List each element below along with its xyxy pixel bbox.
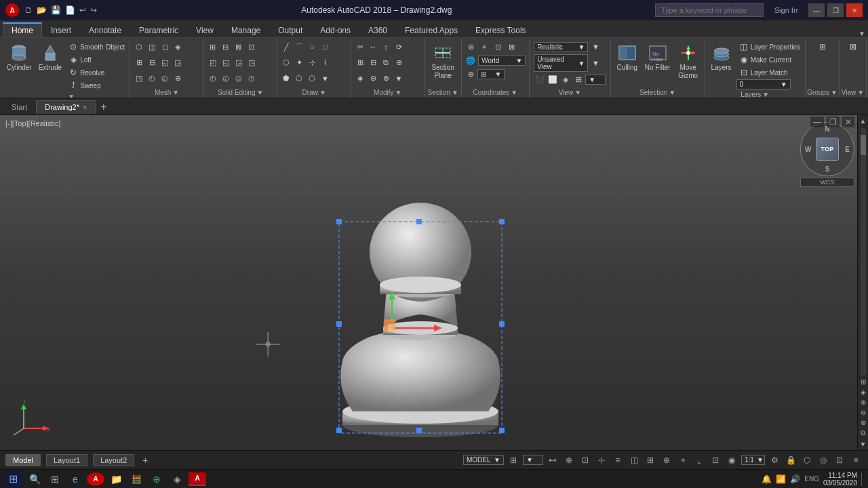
grid-combo[interactable]: ▼	[523, 455, 543, 465]
right-tool-1[interactable]: ⊞	[859, 377, 867, 387]
view-btn-4[interactable]: ⊞	[572, 73, 585, 85]
section-plane-button[interactable]: SectionPlane	[429, 41, 457, 81]
mesh-btn-9[interactable]: ◳	[133, 73, 145, 85]
modify-btn-9[interactable]: ◈	[354, 73, 366, 85]
tab-home[interactable]: Home	[3, 22, 42, 37]
coord-btn-2[interactable]: ⌖	[478, 41, 490, 53]
solid-btn-4[interactable]: ⊡	[245, 41, 258, 53]
tab-annotate[interactable]: Annotate	[80, 22, 130, 37]
scale-indicator[interactable]: 1:1 ▼	[741, 455, 765, 465]
view-btn-1[interactable]: ⬛	[534, 73, 546, 85]
quick-access-save[interactable]: 💾	[50, 5, 62, 15]
modify-btn-3[interactable]: ↕	[380, 41, 392, 53]
customize-icon[interactable]: ≡	[849, 453, 863, 467]
draw-btn-4[interactable]: □	[319, 41, 331, 53]
layout2-tab[interactable]: Layout2	[93, 454, 134, 466]
modify-more[interactable]: ▼	[393, 73, 405, 85]
modify-btn-4[interactable]: ⟳	[393, 41, 405, 53]
dynucs-icon[interactable]: ⌖	[676, 453, 690, 467]
quick-access-open[interactable]: 📂	[35, 5, 48, 15]
windows-start[interactable]: ⊞	[3, 470, 23, 488]
coord-btn-5[interactable]: ⊕	[465, 68, 477, 80]
quick-access-redo[interactable]: ↪	[89, 5, 98, 15]
osnap-icon[interactable]: ⊡	[578, 453, 592, 467]
solid-btn-12[interactable]: ◷	[245, 73, 258, 85]
modify-btn-6[interactable]: ⊟	[367, 56, 379, 68]
taskbar-autocad[interactable]: A	[87, 472, 104, 486]
polar-icon[interactable]: ⊕	[562, 453, 576, 467]
right-tool-5[interactable]: ⊗	[859, 418, 867, 428]
mesh-btn-5[interactable]: ⊞	[133, 56, 145, 68]
navigation-cube[interactable]: N S E W TOP WCS	[800, 122, 854, 190]
quick-access-saveas[interactable]: 📄	[64, 5, 77, 15]
coord-btn-1[interactable]: ⊕	[465, 41, 477, 53]
layer-prop-btn[interactable]: ◫ Layer Properties	[736, 41, 802, 53]
mesh-btn-2[interactable]: ◫	[146, 41, 158, 53]
solid-btn-7[interactable]: ◲	[233, 56, 245, 68]
viewport-maximize[interactable]: ❐	[827, 117, 840, 127]
mesh-btn-4[interactable]: ◈	[172, 41, 184, 53]
groups-btn[interactable]: ⊞	[815, 41, 830, 53]
taskbar-search[interactable]: 🔍	[26, 472, 43, 486]
move-gizmo-button[interactable]: MoveGizmo	[675, 41, 702, 81]
close-drawing2-tab[interactable]: ✕	[82, 104, 87, 111]
right-tool-6[interactable]: ⧉	[859, 428, 867, 439]
draw-btn-11[interactable]: ⬡	[306, 73, 318, 85]
mesh-btn-6[interactable]: ⊟	[146, 56, 158, 68]
mesh-expand[interactable]: ▼	[172, 89, 179, 96]
workspace-icon[interactable]: ⚙	[768, 453, 781, 467]
draw-btn-5[interactable]: ⬡	[280, 56, 292, 68]
view-btn-2[interactable]: ⬜	[547, 73, 559, 85]
revolve-button[interactable]: ↻ Revolve	[66, 66, 127, 79]
solid-btn-2[interactable]: ⊟	[220, 41, 232, 53]
sweep-button[interactable]: ⤴ Sweep	[66, 79, 127, 92]
layer-match-btn[interactable]: ⊡ Layer Match	[736, 66, 802, 79]
layers-expand[interactable]: ▼	[762, 91, 769, 98]
tab-insert[interactable]: Insert	[42, 22, 80, 37]
tab-featured[interactable]: Featured Apps	[396, 22, 467, 37]
view-group-expand[interactable]: ▼	[574, 89, 581, 96]
fullscreen-icon[interactable]: ⊡	[833, 453, 846, 467]
show-desktop[interactable]	[861, 472, 865, 486]
modify-btn-7[interactable]: ⧉	[380, 56, 392, 68]
solid-btn-10[interactable]: ◵	[220, 73, 232, 85]
search-input[interactable]	[655, 3, 764, 17]
coord-btn-4[interactable]: ⊠	[505, 41, 517, 53]
world-combo[interactable]: World ▼	[478, 56, 526, 66]
maximize-button[interactable]: ❐	[827, 3, 844, 17]
coord-btn-3[interactable]: ⊡	[492, 41, 504, 53]
scroll-up[interactable]: ▲	[858, 115, 868, 127]
viewport-minimize[interactable]: —	[810, 117, 824, 127]
taskbar-edge[interactable]: e	[66, 472, 84, 486]
cylinder-button[interactable]: Cylinder	[4, 41, 35, 73]
modify-btn-1[interactable]: ✂	[354, 41, 366, 53]
viewport-close[interactable]: ✕	[842, 117, 854, 127]
ribbon-more[interactable]: ▼	[859, 30, 865, 37]
solid-btn-5[interactable]: ◰	[207, 56, 219, 68]
view2-expand[interactable]: ▼	[857, 89, 864, 96]
quick-access-new[interactable]: 🗋	[23, 5, 34, 15]
otrack-icon[interactable]: ⊹	[595, 453, 608, 467]
no-filter-button[interactable]: No Filter No Filter	[642, 41, 673, 73]
hardware-accel-icon[interactable]: ⬡	[800, 453, 814, 467]
mesh-btn-8[interactable]: ◲	[172, 56, 184, 68]
draw-expand[interactable]: ▼	[319, 89, 326, 96]
tab-manage[interactable]: Manage	[222, 22, 269, 37]
taskbar-view[interactable]: ⊞	[46, 472, 64, 486]
right-tool-3[interactable]: ⊕	[859, 397, 867, 407]
modify-btn-11[interactable]: ⊗	[380, 73, 392, 85]
mesh-btn-10[interactable]: ◴	[146, 73, 158, 85]
taskbar-chrome[interactable]: ⊕	[148, 472, 165, 486]
sign-in-button[interactable]: Sign In	[774, 6, 797, 14]
draw-btn-3[interactable]: ○	[306, 41, 318, 53]
add-layout-button[interactable]: +	[140, 455, 151, 466]
right-tool-4[interactable]: ⊖	[859, 407, 867, 418]
coord-combo[interactable]: ⊞▼	[477, 69, 505, 79]
mesh-btn-12[interactable]: ⊕	[172, 73, 184, 85]
loft-button[interactable]: ◈ Loft	[66, 54, 127, 66]
3dosnap-icon[interactable]: ⊕	[660, 453, 673, 467]
doc-tab-start[interactable]: Start	[3, 100, 36, 114]
mesh-btn-11[interactable]: ◵	[159, 73, 171, 85]
snap-icon[interactable]: ⊷	[546, 453, 559, 467]
ui-lock-icon[interactable]: 🔒	[784, 453, 797, 467]
